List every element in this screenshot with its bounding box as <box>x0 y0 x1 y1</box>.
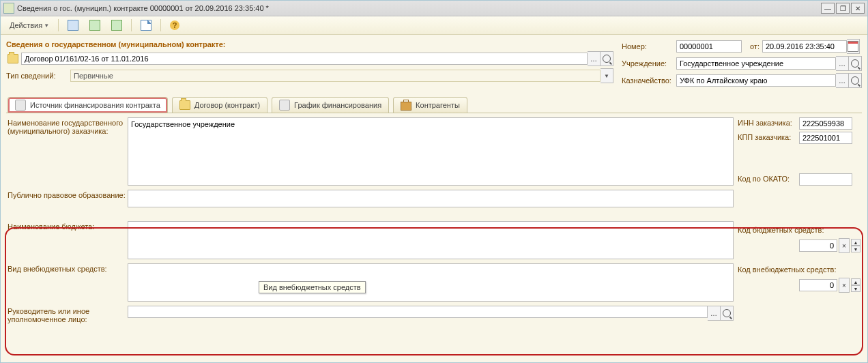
inn-label: ИНН заказчика: <box>738 119 799 127</box>
section-title: Сведения о государственном (муниципально… <box>6 40 613 48</box>
search-icon <box>723 309 731 317</box>
tab-icon <box>279 100 290 111</box>
public-entity-label: Публично правовое образование: <box>8 190 128 199</box>
budget-name-input[interactable] <box>128 221 734 259</box>
offbudget-code-clear-button[interactable]: × <box>839 278 850 293</box>
tab-label: Контрагенты <box>416 101 460 109</box>
okato-input[interactable] <box>799 173 852 186</box>
public-entity-input[interactable] <box>128 190 734 207</box>
go-icon <box>111 20 122 31</box>
contract-ref-input[interactable] <box>21 53 588 65</box>
tab-icon <box>15 100 26 111</box>
minimize-button[interactable]: — <box>821 3 835 14</box>
org-lookup-button[interactable]: … <box>836 56 849 71</box>
inn-input[interactable] <box>799 117 852 130</box>
toolbar-go-button[interactable] <box>106 18 127 33</box>
auth-person-label: Руководитель или иное уполномоченное лиц… <box>8 306 128 323</box>
budget-code-spinner[interactable]: ▲▼ <box>851 239 860 252</box>
budget-code-clear-button[interactable]: × <box>839 238 850 253</box>
from-label: от: <box>742 42 762 50</box>
auth-person-search-button[interactable] <box>721 306 734 321</box>
type-select[interactable] <box>70 70 601 82</box>
tooltip: Вид внебюджетных средств <box>259 281 366 293</box>
date-input[interactable] <box>762 40 847 53</box>
type-label: Тип сведений: <box>6 72 70 80</box>
budget-code-input[interactable] <box>799 239 837 252</box>
help-icon: ? <box>170 20 179 30</box>
number-label: Номер: <box>622 42 676 50</box>
tab-counterparties[interactable]: Контрагенты <box>393 97 467 113</box>
search-icon <box>851 76 859 85</box>
customer-name-input[interactable] <box>128 117 734 186</box>
offbudget-code-input[interactable] <box>799 279 837 291</box>
okato-label: Код по ОКАТО: <box>738 175 799 183</box>
toolbar-save-button[interactable] <box>63 18 83 33</box>
offbudget-type-input[interactable] <box>128 263 734 302</box>
actions-menu[interactable]: Действия▼ <box>5 18 54 33</box>
tab-label: Источник финансирования контракта <box>30 101 160 109</box>
toolbar-help-button[interactable]: ? <box>165 18 184 33</box>
treasury-search-button[interactable] <box>849 73 862 88</box>
close-button[interactable]: ✕ <box>851 3 865 14</box>
org-search-button[interactable] <box>849 56 862 71</box>
kpp-label: КПП заказчика: <box>738 133 799 141</box>
treasury-input[interactable] <box>676 74 836 87</box>
folder-icon <box>8 54 18 63</box>
offbudget-code-spinner[interactable]: ▲▼ <box>851 278 860 292</box>
toolbar-report-button[interactable] <box>136 18 156 33</box>
auth-person-input[interactable] <box>128 306 708 318</box>
customer-name-label: Наименование государственного (муниципал… <box>8 117 128 135</box>
budget-code-label: Код бюджетных средств: <box>738 226 860 234</box>
report-icon <box>141 20 151 31</box>
calendar-icon <box>848 41 858 52</box>
search-icon <box>603 55 611 63</box>
folder-icon <box>179 100 190 110</box>
search-icon <box>851 59 859 68</box>
actions-label: Действия <box>10 21 42 29</box>
tab-bar: Источник финансирования контракта Догово… <box>6 97 862 113</box>
offbudget-type-label: Вид внебюджетных средств: <box>8 263 128 273</box>
type-dropdown-button[interactable]: ▼ <box>601 68 613 83</box>
refresh-icon <box>89 20 100 31</box>
treasury-lookup-button[interactable]: … <box>836 73 849 88</box>
org-input[interactable] <box>676 57 836 70</box>
tab-label: График финансирования <box>294 101 381 109</box>
briefcase-icon <box>401 102 411 111</box>
tab-schedule[interactable]: График финансирования <box>272 97 389 113</box>
toolbar-refresh-button[interactable] <box>85 18 105 33</box>
treasury-label: Казначейство: <box>622 76 676 85</box>
content: Сведения о государственном (муниципально… <box>1 35 867 329</box>
number-input[interactable] <box>676 40 742 53</box>
window: Сведения о гос. (муницип.) контракте 000… <box>0 0 868 363</box>
tab-financing-source[interactable]: Источник финансирования контракта <box>8 97 168 113</box>
contract-ref-lookup-button[interactable]: … <box>588 51 601 66</box>
titlebar: Сведения о гос. (муницип.) контракте 000… <box>1 1 867 16</box>
tab-label: Договор (контракт) <box>194 101 260 109</box>
budget-name-label: Наименование бюджета: <box>8 221 128 231</box>
tab-contract[interactable]: Договор (контракт) <box>172 97 267 113</box>
kpp-input[interactable] <box>799 132 852 144</box>
org-label: Учреждение: <box>622 59 676 68</box>
toolbar: Действия▼ ? <box>1 16 867 35</box>
auth-person-lookup-button[interactable]: … <box>708 306 721 321</box>
offbudget-code-label: Код внебюджетных средств: <box>738 265 860 274</box>
date-picker-button[interactable] <box>847 39 860 54</box>
app-icon <box>3 3 14 14</box>
save-icon <box>68 20 78 31</box>
tab-pane: Наименование государственного (муниципал… <box>6 113 862 329</box>
contract-ref-search-button[interactable] <box>601 51 613 66</box>
window-title: Сведения о гос. (муницип.) контракте 000… <box>17 4 269 12</box>
restore-button[interactable]: ❐ <box>836 3 850 14</box>
